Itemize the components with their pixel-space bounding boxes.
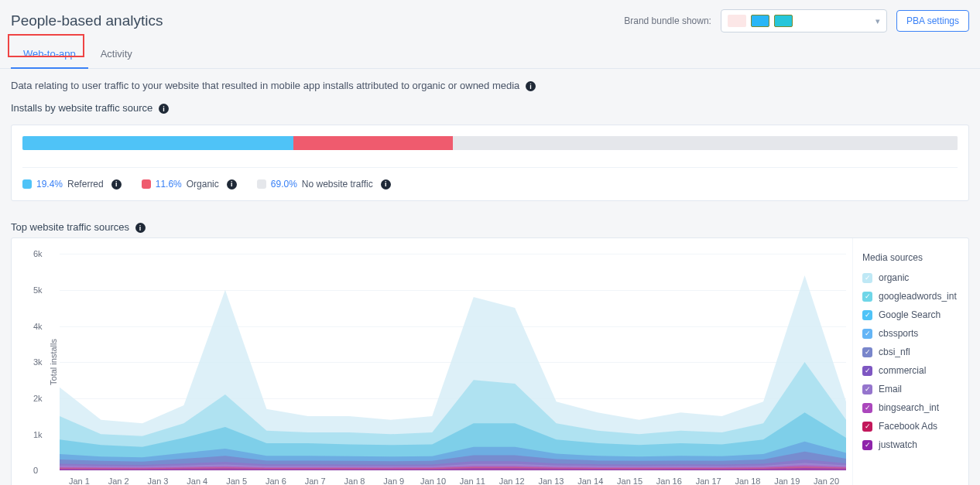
- media-source-name: commercial: [879, 365, 926, 376]
- media-source-item[interactable]: ✓ organic: [862, 272, 959, 283]
- x-tick: Jan 1: [60, 476, 99, 485]
- checkbox-icon: ✓: [862, 347, 872, 357]
- media-source-item[interactable]: ✓ googleadwords_int: [862, 291, 959, 302]
- legend-item[interactable]: 69.0% No website traffic i: [257, 179, 391, 190]
- checkbox-icon: ✓: [862, 403, 872, 413]
- legend-name: Organic: [187, 179, 219, 190]
- y-tick: 3k: [33, 357, 43, 367]
- x-tick: Jan 3: [139, 476, 178, 485]
- media-source-item[interactable]: ✓ Google Search: [862, 309, 959, 320]
- x-tick: Jan 5: [217, 476, 256, 485]
- x-tick: Jan 16: [649, 476, 689, 485]
- info-icon[interactable]: i: [111, 179, 122, 190]
- media-source-name: googleadwords_int: [879, 291, 957, 302]
- media-source-item[interactable]: ✓ commercial: [862, 365, 959, 376]
- installs-legend: 19.4% Referred i 11.6% Organic i 69.0% N…: [22, 167, 958, 190]
- x-tick: Jan 11: [453, 476, 492, 485]
- info-icon[interactable]: i: [135, 223, 146, 233]
- pba-settings-button[interactable]: PBA settings: [896, 10, 969, 32]
- sources-chart-card: Total installs 01k2k3k4k5k6k Jan 1Jan 2J…: [11, 237, 969, 485]
- legend-name: Referred: [67, 179, 104, 190]
- info-icon[interactable]: i: [227, 179, 237, 190]
- checkbox-icon: ✓: [862, 310, 872, 320]
- brand-bundle-select[interactable]: ▾: [721, 9, 887, 32]
- checkbox-icon: ✓: [862, 422, 872, 432]
- media-source-name: bingsearch_int: [879, 402, 939, 413]
- x-tick: Jan 18: [728, 476, 768, 485]
- x-tick: Jan 7: [296, 476, 335, 485]
- header-controls: Brand bundle shown: ▾ PBA settings: [624, 9, 969, 32]
- checkbox-icon: ✓: [862, 329, 872, 339]
- info-icon[interactable]: i: [159, 104, 169, 114]
- x-tick: Jan 19: [767, 476, 807, 485]
- media-source-item[interactable]: ✓ justwatch: [862, 439, 959, 450]
- chevron-down-icon: ▾: [875, 16, 880, 26]
- x-tick: Jan 4: [177, 476, 217, 485]
- media-sources-legend: Media sources ✓ organic✓ googleadwords_i…: [852, 238, 968, 485]
- y-tick: 1k: [33, 430, 43, 439]
- media-source-item[interactable]: ✓ Email: [862, 384, 959, 394]
- legend-name: No website traffic: [302, 179, 373, 190]
- checkbox-icon: ✓: [862, 366, 872, 376]
- sources-section-title: Top website traffic sources i: [0, 217, 980, 237]
- y-tick: 6k: [33, 249, 43, 258]
- installs-title-text: Installs by website traffic source: [11, 102, 152, 114]
- media-source-name: Google Search: [879, 309, 941, 320]
- y-tick: 2k: [33, 394, 43, 403]
- media-source-item[interactable]: ✓ cbsi_nfl: [862, 347, 959, 357]
- x-tick: Jan 2: [99, 476, 139, 485]
- description-text: Data relating to user traffic to your we…: [11, 80, 519, 91]
- x-tick: Jan 14: [571, 476, 610, 485]
- x-tick: Jan 17: [689, 476, 728, 485]
- checkbox-icon: ✓: [862, 440, 872, 450]
- y-tick: 0: [33, 466, 38, 475]
- bar-segment: [293, 136, 452, 150]
- media-source-name: Facebook Ads: [879, 421, 937, 432]
- checkbox-icon: ✓: [862, 384, 872, 394]
- x-tick: Jan 20: [807, 476, 846, 485]
- info-icon[interactable]: i: [526, 81, 536, 91]
- bundle-app-chip: [751, 15, 769, 27]
- legend-pct: 11.6%: [156, 179, 182, 190]
- media-source-item[interactable]: ✓ bingsearch_int: [862, 402, 959, 413]
- tab-description: Data relating to user traffic to your we…: [0, 69, 980, 97]
- bundle-app-chip: [774, 15, 793, 27]
- bar-segment: [22, 136, 293, 150]
- x-tick: Jan 10: [413, 476, 453, 485]
- legend-swatch: [142, 179, 151, 189]
- legend-pct: 69.0%: [271, 179, 297, 190]
- x-tick: Jan 13: [532, 476, 571, 485]
- chart-area: Total installs 01k2k3k4k5k6k Jan 1Jan 2J…: [12, 238, 852, 485]
- y-tick: 4k: [33, 322, 43, 331]
- media-source-name: justwatch: [879, 439, 917, 450]
- media-source-name: cbsi_nfl: [879, 347, 910, 357]
- x-axis: Jan 1Jan 2Jan 3Jan 4Jan 5Jan 6Jan 7Jan 8…: [60, 476, 846, 485]
- media-source-item[interactable]: ✓ cbssports: [862, 328, 959, 339]
- installs-stacked-bar: [22, 136, 958, 150]
- grid-line: [60, 470, 846, 471]
- checkbox-icon: ✓: [862, 292, 872, 302]
- x-tick: Jan 6: [256, 476, 296, 485]
- legend-title: Media sources: [862, 252, 959, 263]
- legend-item[interactable]: 11.6% Organic i: [142, 179, 237, 190]
- installs-section-title: Installs by website traffic source i: [0, 97, 980, 118]
- bundle-label: Brand bundle shown:: [624, 15, 711, 26]
- media-source-item[interactable]: ✓ Facebook Ads: [862, 421, 959, 432]
- page-title: People-based analytics: [11, 12, 163, 29]
- installs-bar-card: 19.4% Referred i 11.6% Organic i 69.0% N…: [11, 125, 969, 201]
- x-tick: Jan 15: [610, 476, 649, 485]
- info-icon[interactable]: i: [381, 179, 391, 190]
- tab-web-to-app[interactable]: Web-to-app: [11, 42, 88, 69]
- x-tick: Jan 12: [492, 476, 532, 485]
- bundle-app-icon-placeholder: [728, 15, 746, 27]
- y-tick: 5k: [33, 285, 43, 295]
- media-source-name: Email: [879, 384, 902, 394]
- x-tick: Jan 8: [335, 476, 375, 485]
- sources-title-text: Top website traffic sources: [11, 221, 129, 233]
- tab-activity[interactable]: Activity: [88, 42, 145, 68]
- x-tick: Jan 9: [374, 476, 413, 485]
- media-source-name: cbssports: [879, 328, 918, 339]
- legend-item[interactable]: 19.4% Referred i: [22, 179, 122, 190]
- media-source-name: organic: [879, 272, 909, 283]
- legend-swatch: [22, 179, 32, 189]
